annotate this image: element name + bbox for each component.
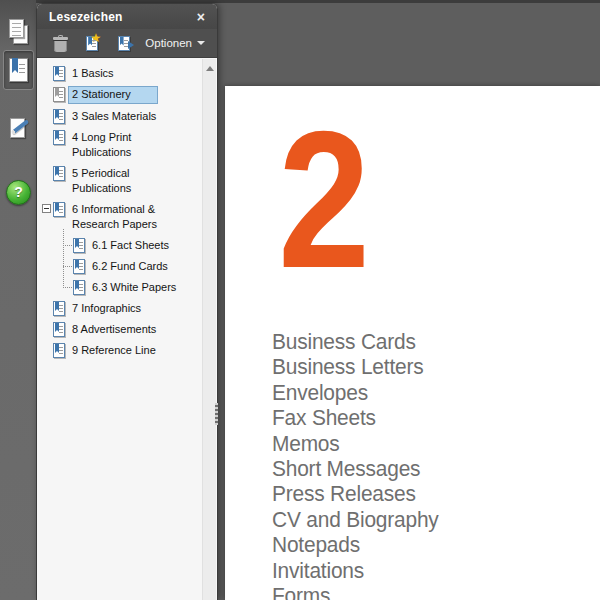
bookmark-item[interactable]: 1 Basics [53, 63, 199, 84]
bookmark-item[interactable]: 9 Reference Line [53, 340, 199, 361]
bookmark-page-icon [53, 343, 65, 358]
bookmark-page-icon [53, 87, 65, 102]
annotations-button[interactable] [3, 108, 34, 148]
stationery-list: Business Cards Business Letters Envelope… [272, 329, 439, 600]
document-page: 2 Business Cards Business Letters Envelo… [225, 86, 600, 600]
bookmark-page-icon [53, 202, 65, 217]
panel-header: Lesezeichen × [37, 4, 217, 29]
bookmark-page-icon [73, 259, 85, 274]
page-thumbnails-icon [9, 19, 29, 45]
star-icon: ★ [90, 31, 101, 45]
list-item: CV and Biography [272, 507, 439, 532]
help-icon: ? [6, 180, 31, 205]
panel-title: Lesezeichen [49, 10, 195, 24]
options-dropdown[interactable]: Optionen [145, 37, 205, 49]
chevron-down-icon [197, 41, 205, 45]
bookmark-page-icon [53, 66, 65, 81]
list-item: Notepads [272, 532, 439, 557]
panel-toolbar: ★ Optionen [37, 29, 217, 58]
annotations-icon [9, 116, 29, 140]
list-item: Envelopes [272, 380, 439, 405]
bookmark-item[interactable]: 8 Advertisements [53, 319, 199, 340]
bookmarks-panel: Lesezeichen × ★ Optionen 1 Basics [36, 3, 218, 600]
bookmark-item-selected[interactable]: 2 Stationery [53, 84, 199, 106]
list-item: Invitations [272, 558, 439, 583]
list-item: Short Messages [272, 456, 439, 481]
trash-icon [53, 35, 68, 52]
bookmark-page-icon [53, 301, 65, 316]
go-to-bookmark-button[interactable] [114, 33, 133, 53]
bookmark-page-icon [53, 166, 65, 181]
bookmark-children: 6.1 Fact Sheets 6.2 Fund Cards 6.3 White… [73, 235, 199, 298]
list-item: Business Cards [272, 329, 439, 354]
bookmark-item-expandable[interactable]: 6 Informational & Research Papers [53, 199, 199, 235]
bookmark-item[interactable]: 6.1 Fact Sheets [73, 235, 199, 256]
bookmark-page-icon [53, 109, 65, 124]
chapter-number: 2 [278, 102, 367, 297]
bookmark-item[interactable]: 6.2 Fund Cards [73, 256, 199, 277]
bookmark-item[interactable]: 5 Periodical Publications [53, 163, 199, 199]
bookmarks-tree-container: 1 Basics 2 Stationery 3 Sales Materials … [37, 58, 217, 600]
go-to-bookmark-icon [118, 36, 130, 51]
page-thumbnails-button[interactable] [3, 12, 34, 52]
bookmark-page-icon [73, 238, 85, 253]
bookmark-page-icon [53, 322, 65, 337]
arrow-icon [128, 41, 134, 49]
acrobat-window: 2 Business Cards Business Letters Envelo… [0, 0, 600, 600]
help-button[interactable]: ? [3, 172, 34, 212]
bookmarks-panel-button[interactable] [3, 50, 34, 90]
bookmark-item[interactable]: 6.3 White Papers [73, 277, 199, 298]
bookmark-page-icon [73, 280, 85, 295]
options-label: Optionen [145, 37, 192, 49]
close-icon[interactable]: × [195, 10, 207, 24]
new-bookmark-icon: ★ [86, 36, 98, 51]
collapse-minus-icon[interactable] [42, 204, 51, 213]
list-item: Press Releases [272, 481, 439, 506]
panel-resize-grip[interactable] [215, 403, 218, 425]
bookmarks-tree: 1 Basics 2 Stationery 3 Sales Materials … [37, 58, 217, 361]
delete-bookmark-button[interactable] [51, 33, 70, 53]
bookmark-item[interactable]: 3 Sales Materials [53, 106, 199, 127]
bookmark-item[interactable]: 4 Long Print Publications [53, 127, 199, 163]
new-bookmark-button[interactable]: ★ [82, 33, 101, 53]
bookmark-page-icon [53, 130, 65, 145]
navigation-icon-strip: ? [0, 0, 36, 600]
list-item: Fax Sheets [272, 405, 439, 430]
tree-scrollbar[interactable] [202, 59, 216, 600]
bookmark-item[interactable]: 7 Infographics [53, 298, 199, 319]
list-item: Business Letters [272, 354, 439, 379]
scroll-up-icon[interactable] [206, 66, 214, 71]
list-item: Memos [272, 431, 439, 456]
bookmarks-icon [9, 58, 28, 82]
list-item: Forms [272, 583, 439, 600]
